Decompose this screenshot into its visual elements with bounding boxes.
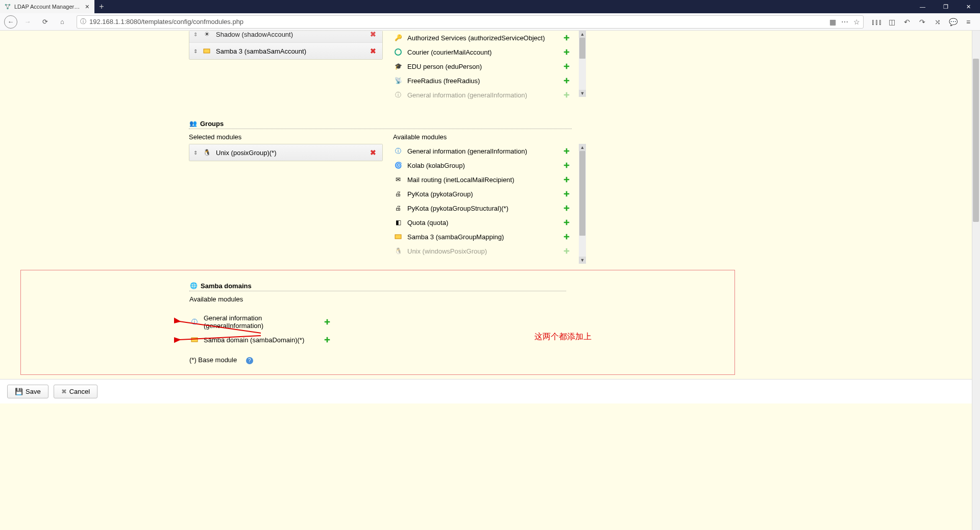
minimize-icon[interactable]: — <box>911 0 934 13</box>
maximize-icon[interactable]: ❐ <box>934 0 957 13</box>
close-window-icon[interactable]: ✕ <box>957 0 980 13</box>
bookmark-star-icon[interactable]: ☆ <box>853 18 860 26</box>
tab-favicon-icon <box>4 3 11 10</box>
address-bar[interactable]: ⓘ ▦ ⋯ ☆ <box>77 15 864 29</box>
sync-icon[interactable]: ⤭ <box>932 18 943 26</box>
browser-toolbar: ← → ⟳ ⌂ ⓘ ▦ ⋯ ☆ ⫿⫿⫿ ◫ ↶ ↷ ⤭ 💬 ≡ <box>0 13 980 31</box>
redo-icon[interactable]: ↷ <box>917 18 928 26</box>
back-button[interactable]: ← <box>4 15 17 29</box>
tab-close-icon[interactable]: × <box>84 3 90 11</box>
site-info-icon[interactable]: ⓘ <box>80 17 86 26</box>
new-tab-button[interactable]: + <box>94 0 109 13</box>
qr-icon[interactable]: ▦ <box>829 18 836 26</box>
chat-icon[interactable]: 💬 <box>947 18 959 26</box>
browser-tab[interactable]: LDAP Account Manager Con × <box>0 0 94 13</box>
page-actions-icon[interactable]: ⋯ <box>841 18 848 26</box>
forward-button[interactable]: → <box>20 15 35 29</box>
sidebar-icon[interactable]: ◫ <box>886 18 897 26</box>
menu-icon[interactable]: ≡ <box>963 18 974 26</box>
home-button[interactable]: ⌂ <box>55 15 69 29</box>
reload-button[interactable]: ⟳ <box>38 15 52 29</box>
window-titlebar: LDAP Account Manager Con × + — ❐ ✕ <box>0 0 980 13</box>
undo-icon[interactable]: ↶ <box>901 18 913 26</box>
tab-title: LDAP Account Manager Con <box>14 4 81 10</box>
library-icon[interactable]: ⫿⫿⫿ <box>871 18 882 26</box>
url-input[interactable] <box>89 18 826 26</box>
